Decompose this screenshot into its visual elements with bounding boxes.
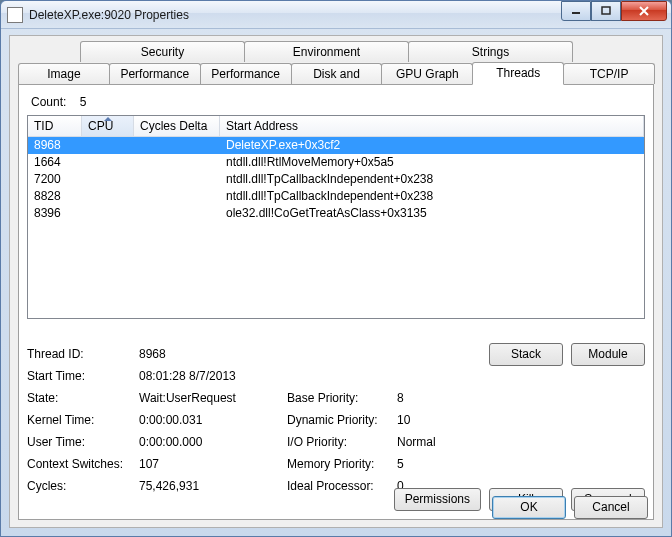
tab-threads[interactable]: Threads	[472, 62, 564, 85]
tab-row-upper: Security Environment Strings	[10, 40, 662, 62]
base-prio-label: Base Priority:	[287, 391, 397, 405]
svg-rect-0	[572, 12, 580, 14]
cell-cpu	[82, 171, 134, 188]
col-cpu[interactable]: CPU	[82, 116, 134, 136]
thread-details: Thread ID: 8968 Start Time: 08:01:28 8/7…	[27, 343, 645, 497]
tab-security[interactable]: Security	[80, 41, 245, 62]
cell-cpu	[82, 188, 134, 205]
dialog-buttons: OK Cancel	[10, 487, 662, 527]
io-prio-value: Normal	[397, 435, 457, 449]
count-value: 5	[80, 95, 87, 109]
window-title: DeleteXP.exe:9020 Properties	[29, 8, 561, 22]
ctx-switch-label: Context Switches:	[27, 457, 139, 471]
mem-prio-value: 5	[397, 457, 457, 471]
thread-list[interactable]: TID CPU Cycles Delta Start Address 8968D…	[27, 115, 645, 319]
col-cycles-delta[interactable]: Cycles Delta	[134, 116, 220, 136]
thread-id-value: 8968	[139, 347, 287, 361]
col-start-address[interactable]: Start Address	[220, 116, 644, 136]
cell-tid: 7200	[28, 171, 82, 188]
io-prio-label: I/O Priority:	[287, 435, 397, 449]
tab-performance-graph[interactable]: Performance Graph	[200, 63, 292, 84]
tab-gpu-graph[interactable]: GPU Graph	[381, 63, 473, 84]
table-row[interactable]: 1664ntdll.dll!RtlMoveMemory+0x5a5	[28, 154, 644, 171]
sort-arrow-icon	[104, 117, 112, 121]
tab-tcpip[interactable]: TCP/IP	[563, 63, 655, 84]
start-time-value: 08:01:28 8/7/2013	[139, 369, 287, 383]
table-row[interactable]: 7200ntdll.dll!TpCallbackIndependent+0x23…	[28, 171, 644, 188]
dyn-prio-value: 10	[397, 413, 457, 427]
cell-cd	[134, 137, 220, 154]
tab-strings[interactable]: Strings	[408, 41, 573, 62]
list-body: 8968DeleteXP.exe+0x3cf21664ntdll.dll!Rtl…	[28, 137, 644, 318]
cell-cd	[134, 188, 220, 205]
tab-row-lower: Image Performance Performance Graph Disk…	[10, 62, 662, 84]
tab-disk-network[interactable]: Disk and Network	[291, 63, 383, 84]
list-header: TID CPU Cycles Delta Start Address	[28, 116, 644, 137]
cancel-button[interactable]: Cancel	[574, 496, 648, 519]
cell-tid: 8968	[28, 137, 82, 154]
thread-id-label: Thread ID:	[27, 347, 139, 361]
client-area: Security Environment Strings Image Perfo…	[9, 35, 663, 528]
kernel-time-label: Kernel Time:	[27, 413, 139, 427]
maximize-button[interactable]	[591, 1, 621, 21]
table-row[interactable]: 8828ntdll.dll!TpCallbackIndependent+0x23…	[28, 188, 644, 205]
app-icon	[7, 7, 23, 23]
cell-cpu	[82, 205, 134, 222]
cell-tid: 8828	[28, 188, 82, 205]
tab-environment[interactable]: Environment	[244, 41, 409, 62]
cell-sa: ntdll.dll!RtlMoveMemory+0x5a5	[220, 154, 644, 171]
minimize-button[interactable]	[561, 1, 591, 21]
cell-sa: ntdll.dll!TpCallbackIndependent+0x238	[220, 171, 644, 188]
state-label: State:	[27, 391, 139, 405]
table-row[interactable]: 8968DeleteXP.exe+0x3cf2	[28, 137, 644, 154]
base-prio-value: 8	[397, 391, 457, 405]
ctx-switch-value: 107	[139, 457, 287, 471]
cell-cpu	[82, 137, 134, 154]
ok-button[interactable]: OK	[492, 496, 566, 519]
tab-image[interactable]: Image	[18, 63, 110, 84]
kernel-time-value: 0:00:00.031	[139, 413, 287, 427]
thread-count: Count: 5	[31, 95, 645, 109]
table-row[interactable]: 8396ole32.dll!CoGetTreatAsClass+0x3135	[28, 205, 644, 222]
cell-cpu	[82, 154, 134, 171]
start-time-label: Start Time:	[27, 369, 139, 383]
cell-cd	[134, 171, 220, 188]
tab-performance[interactable]: Performance	[109, 63, 201, 84]
cell-cd	[134, 205, 220, 222]
cell-tid: 8396	[28, 205, 82, 222]
col-tid[interactable]: TID	[28, 116, 82, 136]
properties-window: DeleteXP.exe:9020 Properties Security En…	[0, 0, 672, 537]
state-value: Wait:UserRequest	[139, 391, 287, 405]
cell-tid: 1664	[28, 154, 82, 171]
cell-sa: ntdll.dll!TpCallbackIndependent+0x238	[220, 188, 644, 205]
cell-cd	[134, 154, 220, 171]
user-time-label: User Time:	[27, 435, 139, 449]
mem-prio-label: Memory Priority:	[287, 457, 397, 471]
cell-sa: ole32.dll!CoGetTreatAsClass+0x3135	[220, 205, 644, 222]
titlebar[interactable]: DeleteXP.exe:9020 Properties	[1, 1, 671, 29]
dyn-prio-label: Dynamic Priority:	[287, 413, 397, 427]
count-label: Count:	[31, 95, 66, 109]
threads-page: Count: 5 TID CPU Cycles Delta Start Addr…	[18, 84, 654, 520]
svg-rect-1	[602, 7, 610, 14]
user-time-value: 0:00:00.000	[139, 435, 287, 449]
cell-sa: DeleteXP.exe+0x3cf2	[220, 137, 644, 154]
close-button[interactable]	[621, 1, 667, 21]
